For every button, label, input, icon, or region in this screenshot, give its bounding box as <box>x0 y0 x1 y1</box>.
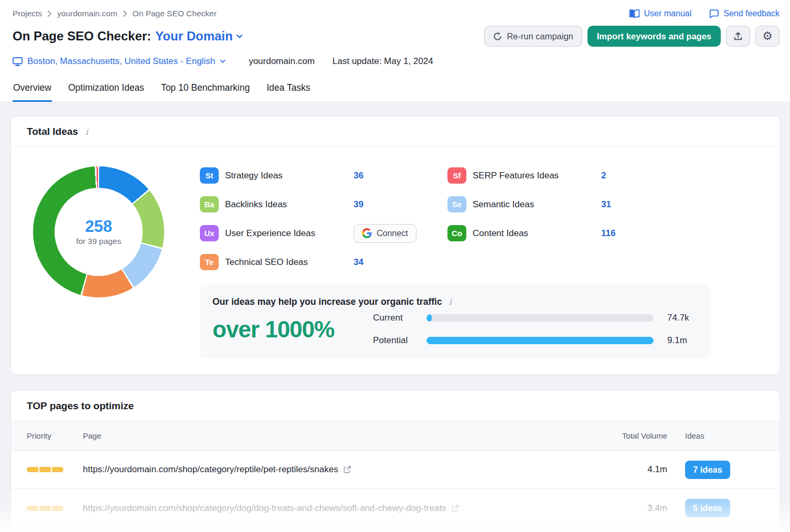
column-header-page: Page <box>83 431 599 440</box>
traffic-bar-fill <box>426 314 432 322</box>
external-link-icon[interactable] <box>343 465 351 474</box>
refresh-icon <box>493 32 502 41</box>
total-volume-value: 3.4m <box>599 503 667 514</box>
donut-total-value: 258 <box>85 218 112 236</box>
priority-bar-segment <box>27 467 38 472</box>
traffic-bar-fill <box>426 337 654 344</box>
tab-overview[interactable]: Overview <box>13 77 52 102</box>
traffic-increase-highlight: over 1000% <box>212 316 373 343</box>
legend-left-column: StStrategy Ideas36BaBacklinks Ideas39UxU… <box>200 161 447 276</box>
traffic-bar-potential: Potential9.1m <box>373 335 699 346</box>
traffic-bar-track <box>426 314 654 322</box>
legend-count-link[interactable]: 31 <box>601 199 611 210</box>
monitor-icon <box>13 57 23 66</box>
chevron-down-icon <box>236 34 243 39</box>
column-header-total-volume: Total Volume <box>599 431 667 440</box>
chevron-right-icon <box>123 10 127 17</box>
rerun-campaign-label: Re-run campaign <box>507 31 573 41</box>
priority-bar-segment <box>39 506 51 511</box>
page-url-text[interactable]: https://yourdomain.com/shop/category/rep… <box>83 464 338 475</box>
user-manual-label: User manual <box>644 9 692 18</box>
legend-label: SERP Features Ideas <box>473 171 601 181</box>
te-badge: Te <box>200 254 219 270</box>
chevron-down-icon <box>220 59 226 63</box>
column-header-priority: Priority <box>27 431 83 440</box>
traffic-bar-value: 9.1m <box>667 335 687 346</box>
legend-count-link[interactable]: 2 <box>601 171 606 181</box>
domain-selector-label: Your Domain <box>155 29 233 44</box>
traffic-bars: Current74.7kPotential9.1m <box>373 313 699 346</box>
breadcrumb-projects[interactable]: Projects <box>13 9 42 18</box>
info-icon[interactable]: i <box>84 127 90 137</box>
domain-selector[interactable]: Your Domain <box>155 29 243 44</box>
tab-optimization-ideas[interactable]: Optimization Ideas <box>68 77 145 102</box>
legend-item: SfSERP Features Ideas2 <box>447 161 711 190</box>
legend-label: Content Ideas <box>473 228 601 239</box>
se-badge: Se <box>447 196 466 212</box>
priority-bar-segment <box>52 467 63 472</box>
page-title: On Page SEO Checker: Your Domain <box>13 29 243 44</box>
co-badge: Co <box>447 225 466 241</box>
location-label: Boston, Massachusetts, United States - E… <box>27 56 215 67</box>
page-url-cell: https://yourdomain.com/shop/category/rep… <box>83 464 599 475</box>
ideas-button[interactable]: 7 ideas <box>685 461 730 479</box>
traffic-bar-value: 74.7k <box>667 313 689 323</box>
priority-indicator <box>27 467 83 472</box>
traffic-panel-title: Our ideas may help you increase your org… <box>212 296 442 307</box>
priority-bar-segment <box>27 506 38 511</box>
legend-item: CoContent Ideas116 <box>447 219 711 248</box>
legend-item: BaBacklinks Ideas39 <box>200 190 447 219</box>
book-icon <box>629 9 640 18</box>
send-feedback-link[interactable]: Send feedback <box>709 9 780 18</box>
legend-right-column: SfSERP Features Ideas2SeSemantic Ideas31… <box>447 161 711 276</box>
top-pages-card: TOP pages to optimize Priority Page Tota… <box>10 390 780 528</box>
tab-idea-tasks[interactable]: Idea Tasks <box>266 77 311 102</box>
export-button[interactable] <box>726 26 750 47</box>
legend-count-link[interactable]: 36 <box>354 171 364 181</box>
send-feedback-label: Send feedback <box>723 9 780 18</box>
total-volume-value: 4.1m <box>599 464 667 475</box>
page-url-text[interactable]: https://yourdomain.com/shop/category/dog… <box>83 503 446 514</box>
traffic-bar-track <box>426 337 654 344</box>
table-body: https://yourdomain.com/shop/category/rep… <box>11 451 780 527</box>
ideas-donut-chart: 258 for 39 pages <box>33 166 164 297</box>
tab-top-10-benchmarking[interactable]: Top 10 Benchmarking <box>161 77 250 102</box>
ideas-cell: 5 ideas <box>667 499 764 517</box>
traffic-bar-label: Potential <box>373 335 426 346</box>
ideas-button[interactable]: 5 ideas <box>685 499 730 517</box>
legend-item: TeTechnical SEO Ideas34 <box>200 248 447 276</box>
breadcrumb-domain[interactable]: yourdomain.com <box>57 9 118 18</box>
legend-count-link[interactable]: 116 <box>601 228 615 239</box>
user-manual-link[interactable]: User manual <box>629 9 692 18</box>
google-logo-icon <box>362 228 372 238</box>
total-ideas-card: Total Ideas i 258 for 39 pages StStrateg… <box>10 116 780 375</box>
st-badge: St <box>200 167 219 184</box>
priority-indicator <box>27 506 83 511</box>
legend-label: User Experience Ideas <box>225 228 354 239</box>
page-title-prefix: On Page SEO Checker: <box>13 29 151 44</box>
legend-item: UxUser Experience IdeasConnect <box>200 219 447 248</box>
info-icon[interactable]: i <box>447 297 453 307</box>
top-header: Projects yourdomain.com On Page SEO Chec… <box>0 0 790 77</box>
location-selector[interactable]: Boston, Massachusetts, United States - E… <box>13 56 226 67</box>
import-keywords-button[interactable]: Import keywords and pages <box>588 26 721 47</box>
chevron-right-icon <box>47 10 52 17</box>
ba-badge: Ba <box>200 196 219 212</box>
breadcrumb: Projects yourdomain.com On Page SEO Chec… <box>13 9 217 18</box>
column-header-ideas: Ideas <box>667 431 764 440</box>
legend-label: Semantic Ideas <box>473 199 601 210</box>
google-connect-button[interactable]: Connect <box>354 224 417 243</box>
connect-label: Connect <box>377 229 408 238</box>
legend-label: Strategy Ideas <box>225 171 354 181</box>
external-link-icon[interactable] <box>451 504 460 513</box>
breadcrumb-current-page: On Page SEO Checker <box>133 9 217 18</box>
legend-label: Backlinks Ideas <box>225 199 354 210</box>
rerun-campaign-button[interactable]: Re-run campaign <box>484 26 582 47</box>
table-row: https://yourdomain.com/shop/category/rep… <box>11 451 780 489</box>
table-row: https://yourdomain.com/shop/category/dog… <box>11 489 780 527</box>
legend-count-link[interactable]: 34 <box>354 257 364 268</box>
settings-button[interactable]: ⚙ <box>755 26 780 47</box>
legend-count-link[interactable]: 39 <box>354 199 364 210</box>
sf-badge: Sf <box>447 167 466 184</box>
legend-label: Technical SEO Ideas <box>225 257 354 268</box>
